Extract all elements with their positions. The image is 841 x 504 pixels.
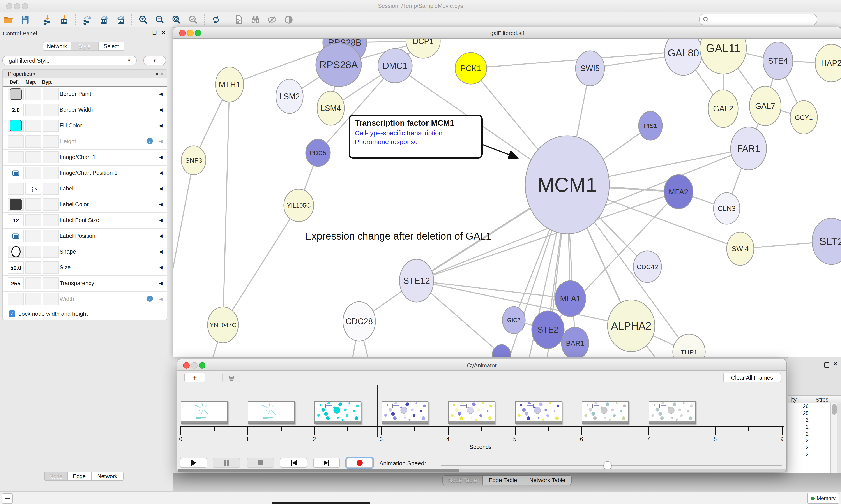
pause-button[interactable] — [213, 458, 240, 468]
edge-STE12-MFA1[interactable] — [416, 281, 570, 299]
zoom-selected-icon[interactable] — [188, 14, 198, 25]
import-table-icon[interactable] — [59, 14, 70, 25]
property-row-image-chart-position-1[interactable]: Image/Chart Position 1◀ — [3, 165, 167, 181]
node-GAL2[interactable]: GAL2 — [708, 90, 738, 127]
network-canvas[interactable]: RPS28BDCP1RPS28ADMC1PCK1MTH1LSM2LSM4SNF3… — [174, 38, 841, 357]
export-network-icon[interactable] — [82, 14, 92, 25]
record-button[interactable] — [346, 458, 373, 468]
frame-thumbnail-4[interactable] — [448, 401, 495, 424]
hide-selected-icon[interactable] — [267, 14, 277, 25]
search-network-icon[interactable] — [250, 14, 261, 25]
properties-header[interactable]: Properties ▾ »» — [3, 70, 167, 78]
open-session-icon[interactable] — [3, 14, 14, 25]
node-CDC28[interactable]: CDC28 — [343, 302, 375, 341]
network-file-icon[interactable] — [233, 14, 244, 25]
node-YIL105C[interactable]: YIL105C — [284, 189, 314, 221]
node-STE4[interactable]: STE4 — [763, 42, 793, 80]
node-NODE-B[interactable] — [492, 345, 511, 357]
property-row-shape[interactable]: Shape◀ — [3, 244, 167, 260]
tab-select[interactable]: Select — [98, 41, 124, 51]
lock-size-checkbox[interactable]: ✓ — [9, 310, 15, 317]
frame-thumbnail-5[interactable] — [515, 401, 562, 424]
node-SWI4[interactable]: SWI4 — [727, 232, 754, 265]
frame-thumbnail-0[interactable] — [181, 401, 228, 424]
style-options-button[interactable]: ▼ — [143, 56, 166, 65]
table-row[interactable]: 1 — [788, 424, 830, 431]
collapse-all-icon[interactable]: » — [159, 72, 165, 75]
edge-SNF3-p340,900[interactable] — [174, 160, 194, 357]
delete-frame-button[interactable] — [222, 373, 240, 382]
node-MFA1[interactable]: MFA1 — [555, 281, 586, 317]
property-row-border-width[interactable]: 2.0Border Width◀ — [3, 103, 167, 118]
node-SWI5[interactable]: SWI5 — [576, 51, 605, 86]
close-panel-icon[interactable]: ✕ — [161, 30, 165, 36]
panel-tab-node[interactable]: Node — [44, 472, 68, 481]
close-panel-icon[interactable]: ✕ — [833, 361, 838, 367]
edge-YIL105C-YNL047C[interactable] — [223, 205, 299, 325]
property-row-label-font-size[interactable]: 12Label Font Size◀ — [3, 213, 167, 229]
timeline-scrollbar[interactable] — [178, 469, 786, 472]
node-GAL11[interactable]: GAL11 — [700, 38, 746, 74]
node-YNL047C[interactable]: YNL047C — [208, 307, 238, 343]
frame-thumbnail-3[interactable] — [381, 401, 428, 424]
tab-node-table[interactable]: Node Table — [442, 475, 483, 485]
export-table-icon[interactable] — [99, 14, 109, 25]
table-row[interactable]: 2 — [788, 431, 830, 438]
node-CDC42[interactable]: CDC42 — [633, 251, 661, 283]
node-DCP1[interactable]: DCP1 — [406, 38, 440, 58]
node-CLN3[interactable]: CLN3 — [714, 193, 740, 224]
node-GAL80[interactable]: GAL80 — [664, 38, 702, 75]
property-row-image-chart-1[interactable]: Image/Chart 1◀ — [3, 150, 167, 165]
table-row[interactable]: 2 — [788, 445, 830, 451]
zoom-in-icon[interactable] — [138, 14, 148, 25]
table-row[interactable]: 25 — [788, 410, 830, 417]
node-GAL7[interactable]: GAL7 — [749, 86, 781, 126]
tab-network[interactable]: Network — [43, 41, 71, 51]
node-PIS1[interactable]: PIS1 — [639, 111, 662, 140]
skip-to-end-button[interactable] — [313, 458, 340, 468]
node-SNF3[interactable]: SNF3 — [181, 146, 206, 175]
cyanimator-titlebar[interactable]: CyAnimator — [177, 360, 786, 371]
zoom-out-icon[interactable] — [155, 14, 165, 25]
node-LSM4[interactable]: LSM4 — [317, 91, 344, 125]
playhead[interactable] — [377, 385, 378, 437]
frame-thumbnail-2[interactable] — [315, 401, 361, 424]
property-row-border-paint[interactable]: Border Paint◀ — [3, 87, 167, 103]
search-input[interactable] — [711, 16, 817, 23]
tab-edge-table[interactable]: Edge Table — [483, 475, 523, 485]
annotation-box[interactable]: Transcription factor MCM1 Cell-type-spec… — [349, 115, 483, 159]
property-row-label-color[interactable]: Label Color◀ — [3, 197, 167, 213]
property-row-height[interactable]: Heighti◀ — [3, 134, 167, 150]
annotation-link[interactable]: Cell-type-specific transcription — [355, 129, 477, 137]
style-selector[interactable]: galFiltered Style▼ — [2, 56, 137, 65]
clear-all-frames-button[interactable]: Clear All Frames — [723, 373, 781, 382]
search-box[interactable] — [699, 14, 817, 25]
node-HAP2[interactable]: HAP2 — [815, 44, 841, 82]
annotation-link[interactable]: Pheromone response — [355, 138, 477, 145]
skip-to-start-button[interactable] — [280, 458, 307, 468]
frame-thumbnail-7[interactable] — [648, 401, 695, 424]
zoom-fit-icon[interactable] — [171, 14, 182, 25]
node-MFA2[interactable]: MFA2 — [664, 175, 693, 209]
property-row-width[interactable]: Widthi◀ — [3, 292, 167, 307]
import-network-icon[interactable] — [42, 14, 53, 25]
table-scrollbar[interactable] — [830, 403, 838, 473]
node-PDC5[interactable]: PDC5 — [306, 139, 330, 166]
animation-speed-slider[interactable] — [441, 465, 782, 466]
panel-tab-edge[interactable]: Edge — [68, 472, 91, 481]
property-row-label-position[interactable]: Label Position◀ — [3, 229, 167, 244]
node-TUP1[interactable]: TUP1 — [673, 334, 705, 357]
table-row[interactable]: 26 — [788, 403, 830, 410]
table-row[interactable]: 2 — [788, 451, 830, 458]
export-image-icon[interactable] — [115, 14, 126, 25]
node-BAR1[interactable]: BAR1 — [561, 327, 589, 357]
property-row-fill-color[interactable]: Fill Color◀ — [3, 118, 167, 134]
node-DMC1[interactable]: DMC1 — [378, 49, 412, 83]
edge-MTH1-YNL047C[interactable] — [223, 85, 230, 325]
panel-tab-network[interactable]: Network — [91, 472, 124, 481]
node-GCY1[interactable]: GCY1 — [790, 101, 817, 134]
node-MCM1[interactable]: MCM1 — [525, 136, 609, 234]
property-row-label[interactable]: ⋮›Label◀ — [3, 181, 167, 197]
timeline[interactable]: 0123456789 Seconds — [177, 384, 786, 454]
table-row[interactable]: 2 — [788, 417, 830, 424]
